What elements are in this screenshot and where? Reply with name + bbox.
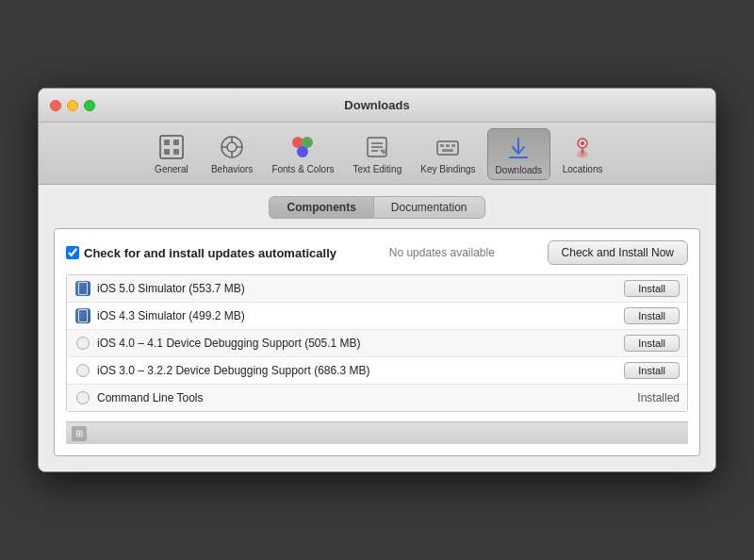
toolbar-label-locations: Locations bbox=[563, 164, 603, 174]
svg-point-6 bbox=[227, 142, 237, 152]
component-list: iOS 5.0 Simulator (553.7 MB) Install iOS… bbox=[66, 274, 688, 412]
toolbar-label-general: General bbox=[155, 164, 188, 174]
toolbar-item-fonts-colors[interactable]: Fonts & Colors bbox=[264, 128, 341, 180]
svg-rect-21 bbox=[451, 144, 455, 147]
auto-update-row: Check for and install updates automatica… bbox=[66, 240, 688, 265]
component-icon-2 bbox=[74, 335, 91, 352]
component-action-2: Install bbox=[624, 335, 680, 352]
simulator-icon bbox=[75, 308, 90, 323]
svg-rect-1 bbox=[164, 140, 170, 145]
fonts-colors-icon bbox=[287, 132, 318, 162]
tabs-row: Components Documentation bbox=[54, 196, 700, 219]
svg-rect-4 bbox=[173, 149, 179, 155]
table-row: iOS 4.3 Simulator (499.2 MB) Install bbox=[67, 303, 687, 330]
simulator-icon bbox=[75, 281, 90, 296]
component-name-1: iOS 4.3 Simulator (499.2 MB) bbox=[97, 309, 624, 322]
bottom-bar: ⊞ bbox=[66, 421, 688, 444]
toolbar-label-downloads: Downloads bbox=[496, 165, 542, 175]
svg-rect-20 bbox=[446, 144, 450, 147]
no-updates-status: No updates available bbox=[344, 246, 540, 259]
behaviors-icon bbox=[217, 132, 247, 162]
svg-rect-19 bbox=[440, 144, 444, 147]
toolbar-item-text-editing[interactable]: Text Editing bbox=[346, 128, 410, 180]
auto-update-label: Check for and install updates automatica… bbox=[66, 246, 336, 260]
table-row: iOS 5.0 Simulator (553.7 MB) Install bbox=[67, 275, 687, 303]
component-action-1: Install bbox=[624, 307, 680, 324]
general-icon bbox=[156, 132, 187, 162]
toolbar-label-fonts-colors: Fonts & Colors bbox=[271, 164, 334, 174]
traffic-lights bbox=[50, 100, 95, 111]
close-button[interactable] bbox=[50, 100, 61, 111]
main-window: Downloads General bbox=[38, 88, 716, 472]
components-panel: Check for and install updates automatica… bbox=[54, 228, 700, 456]
toolbar: General Behaviors bbox=[39, 123, 715, 185]
auto-update-checkbox[interactable] bbox=[66, 246, 79, 259]
toolbar-label-key-bindings: Key Bindings bbox=[420, 164, 475, 174]
locations-icon bbox=[567, 132, 598, 162]
toolbar-label-text-editing: Text Editing bbox=[353, 164, 402, 174]
component-action-0: Install bbox=[624, 280, 680, 297]
window-title: Downloads bbox=[344, 98, 409, 112]
titlebar: Downloads bbox=[39, 89, 715, 123]
tab-documentation[interactable]: Documentation bbox=[373, 196, 485, 219]
component-icon-4 bbox=[74, 389, 91, 406]
toolbar-item-behaviors[interactable]: Behaviors bbox=[204, 128, 260, 180]
text-editing-icon bbox=[362, 132, 392, 162]
toolbar-item-general[interactable]: General bbox=[143, 128, 200, 180]
svg-rect-22 bbox=[442, 149, 453, 152]
component-icon-0 bbox=[74, 280, 91, 297]
table-row: Command Line Tools Installed bbox=[67, 385, 687, 411]
toolbar-item-downloads[interactable]: Downloads bbox=[487, 128, 550, 180]
minimize-button[interactable] bbox=[67, 100, 78, 111]
check-install-button[interactable]: Check and Install Now bbox=[548, 240, 688, 265]
circle-icon bbox=[76, 337, 90, 350]
svg-rect-3 bbox=[164, 149, 170, 155]
installed-label-4: Installed bbox=[637, 391, 680, 404]
component-name-2: iOS 4.0 – 4.1 Device Debugging Support (… bbox=[97, 337, 624, 350]
component-name-4: Command Line Tools bbox=[97, 391, 637, 404]
component-action-3: Install bbox=[624, 362, 680, 379]
component-icon-3 bbox=[74, 362, 91, 379]
content-area: Components Documentation Check for and i… bbox=[39, 185, 715, 471]
component-name-0: iOS 5.0 Simulator (553.7 MB) bbox=[97, 282, 624, 295]
table-row: iOS 3.0 – 3.2.2 Device Debugging Support… bbox=[67, 357, 687, 385]
table-row: iOS 4.0 – 4.1 Device Debugging Support (… bbox=[67, 330, 687, 357]
svg-point-13 bbox=[297, 146, 308, 157]
component-name-3: iOS 3.0 – 3.2.2 Device Debugging Support… bbox=[97, 364, 624, 377]
toolbar-item-key-bindings[interactable]: Key Bindings bbox=[413, 128, 483, 180]
expand-icon[interactable]: ⊞ bbox=[72, 426, 87, 441]
circle-icon bbox=[76, 364, 90, 377]
svg-rect-0 bbox=[160, 136, 183, 158]
install-button-2[interactable]: Install bbox=[624, 335, 680, 352]
circle-icon bbox=[76, 391, 90, 404]
svg-rect-2 bbox=[173, 140, 179, 145]
auto-update-text: Check for and install updates automatica… bbox=[84, 246, 336, 260]
downloads-icon bbox=[503, 133, 533, 163]
key-bindings-icon bbox=[433, 132, 463, 162]
tab-components[interactable]: Components bbox=[269, 196, 372, 219]
component-icon-1 bbox=[74, 307, 91, 324]
maximize-button[interactable] bbox=[84, 100, 95, 111]
install-button-1[interactable]: Install bbox=[624, 307, 680, 324]
toolbar-label-behaviors: Behaviors bbox=[211, 164, 253, 174]
install-button-3[interactable]: Install bbox=[624, 362, 680, 379]
toolbar-item-locations[interactable]: Locations bbox=[554, 128, 611, 180]
install-button-0[interactable]: Install bbox=[624, 280, 680, 297]
svg-point-25 bbox=[581, 141, 584, 145]
component-action-4: Installed bbox=[637, 391, 680, 404]
svg-rect-18 bbox=[437, 141, 458, 155]
